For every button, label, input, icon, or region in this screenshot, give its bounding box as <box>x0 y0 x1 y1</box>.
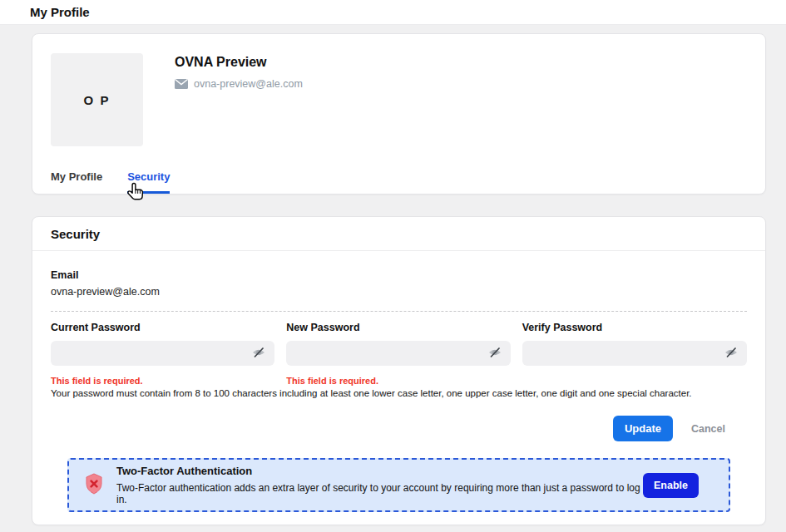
new-password-error: This field is required. <box>286 376 510 386</box>
two-factor-description: Two-Factor authentication adds an extra … <box>116 482 643 505</box>
new-password-input-wrap <box>286 341 510 366</box>
eye-off-icon[interactable] <box>250 344 268 362</box>
eye-off-icon[interactable] <box>486 344 504 362</box>
current-password-label: Current Password <box>51 322 274 333</box>
verify-password-input[interactable] <box>522 341 747 366</box>
email-label: Email <box>51 269 747 281</box>
current-password-error: This field is required. <box>51 376 274 386</box>
verify-password-field: Verify Password <box>522 322 747 386</box>
current-password-input-wrap <box>51 341 274 366</box>
section-divider <box>51 311 747 312</box>
avatar: O P <box>51 53 143 146</box>
enable-two-factor-button[interactable]: Enable <box>643 473 699 498</box>
shield-x-icon <box>84 473 104 498</box>
update-button[interactable]: Update <box>613 416 673 441</box>
cancel-button[interactable]: Cancel <box>691 423 725 435</box>
profile-info: OVNA Preview ovna-preview@ale.com <box>175 53 303 146</box>
form-actions: Update Cancel <box>51 416 747 441</box>
password-fields-row: Current Password This field is required. <box>51 322 747 386</box>
new-password-field: New Password This field is required. <box>286 322 510 386</box>
email-value: ovna-preview@ale.com <box>51 286 747 298</box>
security-card-body: Email ovna-preview@ale.com Current Passw… <box>32 251 765 512</box>
verify-password-label: Verify Password <box>522 322 747 333</box>
profile-email: ovna-preview@ale.com <box>194 78 303 90</box>
password-hint: Your password must contain from 8 to 100… <box>51 388 747 398</box>
tab-my-profile[interactable]: My Profile <box>51 170 102 194</box>
new-password-input[interactable] <box>286 341 510 366</box>
profile-name: OVNA Preview <box>175 55 303 70</box>
tab-security[interactable]: Security <box>127 170 170 194</box>
current-password-input[interactable] <box>51 341 274 366</box>
verify-password-input-wrap <box>522 341 747 366</box>
profile-email-row: ovna-preview@ale.com <box>175 78 303 90</box>
page-title: My Profile <box>30 5 90 19</box>
profile-tabs: My Profile Security <box>51 170 170 194</box>
two-factor-texts: Two-Factor Authentication Two-Factor aut… <box>116 465 643 505</box>
two-factor-title: Two-Factor Authentication <box>116 465 643 477</box>
envelope-icon <box>175 79 188 89</box>
current-password-field: Current Password This field is required. <box>51 322 274 386</box>
email-block: Email ovna-preview@ale.com <box>51 269 747 298</box>
new-password-label: New Password <box>286 322 510 333</box>
eye-off-icon[interactable] <box>722 344 740 362</box>
security-heading: Security <box>51 227 747 241</box>
profile-summary: O P OVNA Preview ovna-preview@ale.com <box>51 53 747 146</box>
profile-card: O P OVNA Preview ovna-preview@ale.com My… <box>32 33 766 195</box>
avatar-initials: O P <box>84 93 111 107</box>
app-header: My Profile <box>0 0 786 25</box>
two-factor-banner: Two-Factor Authentication Two-Factor aut… <box>67 458 730 512</box>
security-card: Security Email ovna-preview@ale.com Curr… <box>32 216 766 525</box>
security-card-header: Security <box>32 217 765 251</box>
page-content: O P OVNA Preview ovna-preview@ale.com My… <box>0 25 786 525</box>
verify-password-error <box>522 376 747 386</box>
